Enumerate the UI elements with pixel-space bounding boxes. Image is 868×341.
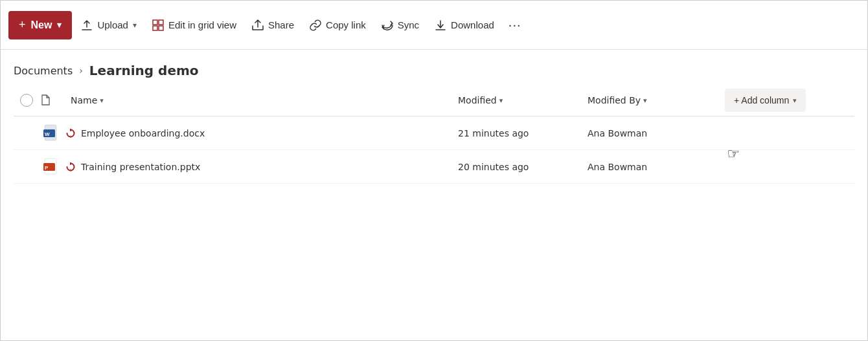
plus-icon: + xyxy=(19,18,26,32)
select-all-circle[interactable] xyxy=(20,94,33,107)
col-header-name[interactable]: Name ▾ xyxy=(65,91,453,109)
header-checkbox[interactable] xyxy=(14,94,40,107)
new-chevron-icon: ▾ xyxy=(57,20,62,30)
upload-chevron-icon: ▾ xyxy=(133,21,137,30)
sync-label: Sync xyxy=(398,19,419,30)
add-column-cell: + Add column ▾ xyxy=(725,89,854,112)
download-button[interactable]: Download xyxy=(428,11,501,39)
modified-cell: 21 minutes ago xyxy=(453,128,582,138)
breadcrumb-current: Learning demo xyxy=(89,63,199,78)
svg-rect-2 xyxy=(153,26,157,30)
share-button[interactable]: Share xyxy=(246,11,301,39)
upload-icon xyxy=(81,19,93,31)
modified-cell: 20 minutes ago xyxy=(453,162,582,172)
upload-button[interactable]: Upload ▾ xyxy=(74,11,143,39)
add-column-button[interactable]: + Add column ▾ xyxy=(725,89,806,112)
edit-grid-button[interactable]: Edit in grid view xyxy=(146,11,243,39)
col-name-label: Name xyxy=(71,95,97,105)
svg-text:W: W xyxy=(45,131,50,137)
file-list: Name ▾ Modified ▾ Modified By ▾ + Add co… xyxy=(1,85,867,184)
row-file-icon: P xyxy=(40,158,65,176)
file-icon xyxy=(40,94,51,105)
sync-button[interactable]: Sync xyxy=(375,11,426,39)
name-sort-icon: ▾ xyxy=(100,96,104,105)
table-header: Name ▾ Modified ▾ Modified By ▾ + Add co… xyxy=(14,85,854,116)
file-name-text: Training presentation.pptx xyxy=(81,162,200,172)
new-button[interactable]: + New ▾ xyxy=(8,11,72,39)
new-label: New xyxy=(31,19,52,31)
spinner-icon xyxy=(66,129,75,138)
loading-icon xyxy=(65,162,76,172)
sync-icon xyxy=(382,19,393,31)
svg-rect-3 xyxy=(159,26,163,30)
more-button[interactable]: ··· xyxy=(503,11,527,39)
share-label: Share xyxy=(268,19,294,30)
breadcrumb-parent[interactable]: Documents xyxy=(14,65,73,77)
table-row[interactable]: W Employee onboarding.docx 21 minutes ag… xyxy=(14,116,854,150)
ppt-file-icon: P xyxy=(43,158,62,176)
share-icon xyxy=(252,19,264,31)
edit-grid-label: Edit in grid view xyxy=(168,19,236,30)
col-header-modified-by[interactable]: Modified By ▾ xyxy=(582,91,725,109)
copy-link-button[interactable]: Copy link xyxy=(303,11,372,39)
link-icon xyxy=(310,19,321,31)
copy-link-label: Copy link xyxy=(326,19,366,30)
svg-text:P: P xyxy=(45,165,49,171)
grid-icon xyxy=(152,19,164,31)
download-label: Download xyxy=(451,19,494,30)
svg-rect-1 xyxy=(159,20,163,25)
toolbar: + New ▾ Upload ▾ Edit in grid view Share… xyxy=(1,1,867,50)
modified-by-cell: Ana Bowman xyxy=(582,162,725,172)
modified-sort-icon: ▾ xyxy=(499,96,503,105)
upload-label: Upload xyxy=(97,19,128,30)
more-icon: ··· xyxy=(508,17,521,32)
svg-rect-0 xyxy=(153,20,157,25)
file-name-cell: Employee onboarding.docx xyxy=(65,128,453,138)
word-file-icon: W xyxy=(43,124,62,142)
col-header-modified[interactable]: Modified ▾ xyxy=(453,91,582,109)
add-column-chevron-icon: ▾ xyxy=(793,96,797,105)
col-modified-label: Modified xyxy=(458,95,497,105)
file-name-cell: Training presentation.pptx xyxy=(65,162,453,172)
file-name-text: Employee onboarding.docx xyxy=(81,128,205,138)
add-column-label: + Add column xyxy=(734,95,789,105)
col-modified-by-label: Modified By xyxy=(588,95,641,105)
row-file-icon: W xyxy=(40,124,65,142)
modified-by-sort-icon: ▾ xyxy=(643,96,647,105)
loading-icon xyxy=(65,128,76,138)
breadcrumb-separator: › xyxy=(79,65,83,76)
download-icon xyxy=(435,19,446,31)
spinner-icon xyxy=(66,162,75,171)
modified-by-cell: Ana Bowman xyxy=(582,128,725,138)
table-row[interactable]: P Training presentation.pptx 20 minutes … xyxy=(14,150,854,184)
breadcrumb: Documents › Learning demo xyxy=(1,50,867,85)
header-file-icon xyxy=(40,94,65,107)
